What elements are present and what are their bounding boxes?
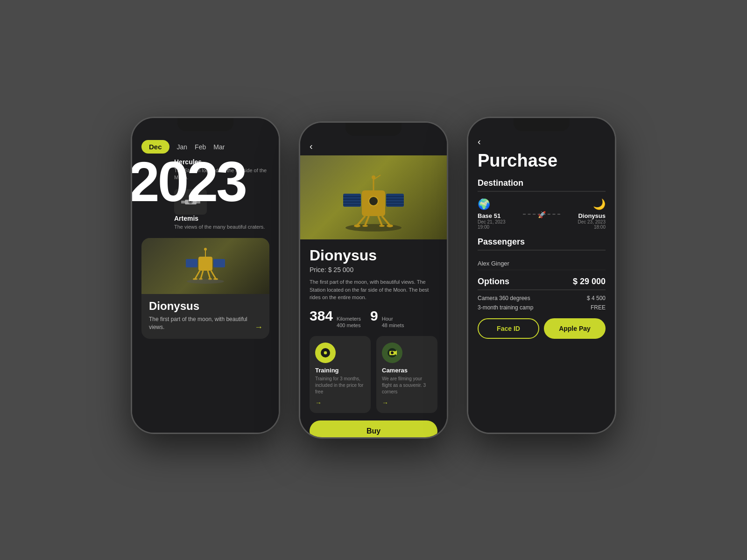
svg-point-42 bbox=[369, 196, 378, 206]
year-label: 2023 bbox=[132, 154, 246, 210]
svg-point-17 bbox=[204, 248, 207, 251]
passengers-section: Passengers Alex Ginger bbox=[478, 237, 606, 270]
buy-button[interactable]: Buy bbox=[310, 420, 437, 437]
apple-pay-button[interactable]: Apple Pay bbox=[544, 318, 606, 339]
total-price: $ 29 000 bbox=[573, 277, 606, 287]
mission-title: Dionysus bbox=[310, 247, 437, 264]
svg-point-45 bbox=[324, 351, 327, 355]
back-button[interactable]: ‹ bbox=[300, 139, 447, 155]
svg-rect-5 bbox=[198, 257, 212, 271]
svg-line-32 bbox=[382, 216, 390, 225]
svg-rect-7 bbox=[213, 259, 225, 267]
svg-rect-6 bbox=[186, 259, 197, 267]
stats-row: 384 Kilometers 400 metes 9 Hour 48 minet… bbox=[310, 308, 437, 329]
phone-3: ‹ Purchase Destination 🌍 Base 51 Dec 21,… bbox=[467, 117, 616, 434]
feature-arrow-icon[interactable]: → bbox=[315, 399, 365, 406]
passenger-name: Alex Ginger bbox=[478, 257, 606, 270]
featured-title: Dionysus bbox=[149, 300, 262, 313]
svg-point-41 bbox=[372, 175, 375, 179]
options-heading: Options bbox=[478, 277, 509, 287]
svg-point-48 bbox=[391, 351, 394, 354]
purchase-title: Purchase bbox=[478, 151, 606, 171]
training-icon bbox=[315, 343, 336, 363]
destination-point: 🌙 Dionysus Dec 23, 2023 18:00 bbox=[578, 198, 606, 230]
phone-2: ‹ bbox=[299, 121, 448, 439]
earth-icon: 🌍 bbox=[478, 198, 490, 210]
month-mar[interactable]: Mar bbox=[213, 143, 225, 151]
moon-icon: 🌙 bbox=[593, 198, 606, 210]
svg-point-18 bbox=[187, 279, 224, 284]
svg-point-36 bbox=[387, 224, 393, 227]
month-jan[interactable]: Jan bbox=[177, 143, 188, 151]
svg-line-9 bbox=[211, 271, 216, 279]
payment-buttons: Face ID Apple Pay bbox=[478, 318, 606, 346]
mission-desc: The first part of the moon, with beautif… bbox=[310, 278, 437, 301]
stat-duration: 9 Hour 48 minets bbox=[370, 308, 404, 329]
option-row: Camera 360 degrees $ 4 500 bbox=[478, 295, 606, 301]
svg-line-34 bbox=[378, 216, 382, 225]
feature-cameras: Cameras We are filming your flight as a … bbox=[376, 336, 437, 413]
plane-icon: 🚀 bbox=[538, 211, 546, 218]
svg-line-10 bbox=[201, 271, 203, 279]
arrow-icon[interactable]: → bbox=[254, 322, 263, 332]
svg-point-38 bbox=[379, 225, 385, 227]
stat-distance: 384 Kilometers 400 metes bbox=[310, 308, 361, 329]
route-line: 🚀 bbox=[506, 214, 578, 215]
cameras-icon bbox=[382, 343, 402, 363]
back-button-3[interactable]: ‹ bbox=[468, 134, 615, 151]
passengers-heading: Passengers bbox=[478, 237, 606, 251]
phone-1: Dec Jan Feb Mar 2023 Hercules The Statio… bbox=[131, 117, 280, 434]
svg-line-8 bbox=[195, 271, 200, 279]
month-feb[interactable]: Feb bbox=[195, 143, 206, 151]
featured-image bbox=[141, 238, 269, 294]
svg-point-35 bbox=[354, 224, 360, 227]
mission-price: Price: $ 25 000 bbox=[310, 266, 437, 273]
svg-point-19 bbox=[345, 224, 402, 231]
featured-desc: The first part of the moon, with beautif… bbox=[149, 315, 262, 331]
svg-line-31 bbox=[357, 216, 365, 225]
options-section: Options $ 29 000 Camera 360 degrees $ 4 … bbox=[478, 277, 606, 311]
hero-image bbox=[300, 155, 447, 239]
option-row: 3-month training camp FREE bbox=[478, 304, 606, 311]
svg-point-37 bbox=[362, 225, 368, 227]
route-row: 🌍 Base 51 Dec 21, 2023 19:00 🚀 🌙 Dionysu… bbox=[478, 198, 606, 230]
feature-training: Training Training for 3 months, included… bbox=[310, 336, 371, 413]
featured-card[interactable]: Dionysus The first part of the moon, wit… bbox=[141, 238, 269, 339]
svg-line-11 bbox=[208, 271, 210, 279]
face-id-button[interactable]: Face ID bbox=[478, 318, 539, 339]
destination-heading: Destination bbox=[478, 178, 606, 192]
origin-point: 🌍 Base 51 Dec 21, 2023 19:00 bbox=[478, 198, 506, 230]
svg-line-33 bbox=[365, 216, 369, 225]
feature-arrow-2-icon[interactable]: → bbox=[382, 399, 432, 406]
features-row: Training Training for 3 months, included… bbox=[310, 336, 437, 413]
